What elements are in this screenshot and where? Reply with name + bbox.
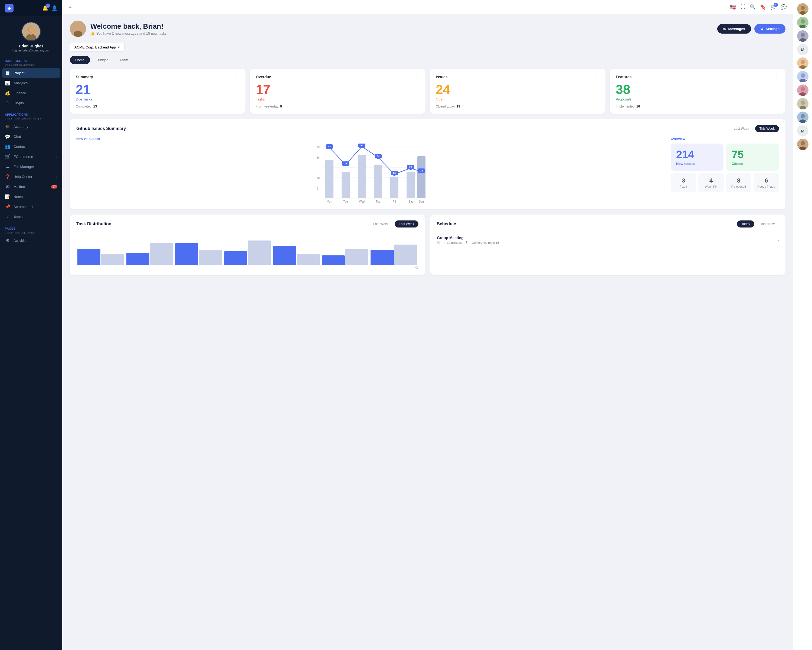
topbar-left: ≡ bbox=[69, 4, 72, 10]
svg-text:20: 20 bbox=[393, 172, 396, 174]
cart-icon[interactable]: 🛒 5 bbox=[770, 4, 776, 10]
sidebar-item-filemanager[interactable]: ☁ File Manager bbox=[0, 162, 62, 172]
language-flag[interactable]: 🇺🇸 bbox=[730, 4, 736, 10]
task-last-week-button[interactable]: Last Week bbox=[369, 220, 393, 228]
right-panel-avatar-11[interactable] bbox=[797, 139, 809, 150]
sidebar-item-analytics[interactable]: 📊 Analytics bbox=[0, 78, 62, 88]
ov-small-grid: 3 Fixed 4 Won't Fix 8 Re-opened 6 bbox=[671, 173, 779, 192]
svg-point-79 bbox=[801, 141, 805, 145]
online-indicator bbox=[806, 80, 808, 82]
features-menu-icon[interactable]: ⋮ bbox=[775, 74, 780, 80]
right-panel-avatar-2[interactable] bbox=[797, 17, 809, 28]
sidebar-item-scrumboard[interactable]: 📌 Scrumboard bbox=[0, 202, 62, 212]
sidebar-item-label: Scrumboard bbox=[14, 205, 33, 209]
right-panel-avatar-3[interactable] bbox=[797, 30, 809, 42]
sidebar-item-project[interactable]: 📋 Project bbox=[2, 68, 60, 78]
right-panel-avatar-7[interactable] bbox=[797, 84, 809, 96]
search-icon[interactable]: 🔍 bbox=[750, 4, 756, 10]
wont-fix-number: 4 bbox=[701, 177, 721, 184]
sidebar-item-chat[interactable]: 💬 Chat bbox=[0, 132, 62, 142]
user-name: Brian Hughes bbox=[19, 44, 43, 48]
right-panel-avatar-9[interactable] bbox=[797, 112, 809, 123]
svg-text:0: 0 bbox=[317, 197, 318, 200]
issues-number: 24 bbox=[436, 83, 600, 96]
sidebar-item-academy[interactable]: 🎓 Academy bbox=[0, 122, 62, 132]
right-panel-avatar-initial-2[interactable]: M bbox=[797, 125, 809, 136]
schedule-arrow-icon[interactable]: › bbox=[777, 237, 779, 243]
applications-label: APPLICATIONS bbox=[0, 110, 62, 117]
sidebar-item-notes[interactable]: 📝 Notes bbox=[0, 192, 62, 202]
right-panel-avatar-6[interactable] bbox=[797, 71, 809, 82]
messages-button[interactable]: ✉ Messages bbox=[717, 24, 751, 34]
cart-badge: 5 bbox=[774, 3, 778, 7]
sidebar-item-crypto[interactable]: ₿ Crypto bbox=[0, 98, 62, 108]
notes-icon: 📝 bbox=[5, 194, 10, 199]
filemanager-icon: ☁ bbox=[5, 164, 10, 169]
sidebar-item-contacts[interactable]: 👥 Contacts bbox=[0, 142, 62, 151]
user-menu-button[interactable]: 👤 bbox=[52, 5, 57, 11]
dashboards-section: DASHBOARDS Unique dashboard designs 📋 Pr… bbox=[0, 57, 62, 110]
svg-text:43: 43 bbox=[360, 144, 363, 147]
this-week-button[interactable]: This Week bbox=[755, 125, 779, 132]
stat-card-overdue: Overdue ⋮ 17 Tasks From yesterday: 9 bbox=[250, 69, 426, 114]
wont-fix-label: Won't Fix bbox=[701, 185, 721, 188]
overdue-footer: From yesterday: 9 bbox=[256, 104, 420, 109]
github-content: New vs. Closed 45 36 27 18 9 0 bbox=[76, 137, 779, 203]
sidebar-item-activities[interactable]: ⚙ Activities bbox=[0, 236, 62, 246]
chart-area: New vs. Closed 45 36 27 18 9 0 bbox=[76, 137, 665, 203]
needs-triage-box: 6 Needs Triage bbox=[754, 173, 779, 192]
app-logo[interactable]: ◆ bbox=[5, 4, 14, 12]
right-panel-avatar-1[interactable] bbox=[797, 3, 809, 15]
features-footer: Implemented: 16 bbox=[616, 104, 780, 109]
tomorrow-button[interactable]: Tomorrow bbox=[756, 220, 779, 228]
content-area: Welcome back, Brian! 🔔 You have 2 new me… bbox=[62, 14, 793, 650]
summary-menu-icon[interactable]: ⋮ bbox=[235, 74, 240, 80]
pages-section: PAGES Custom made page designs ⚙ Activit… bbox=[0, 224, 62, 248]
notifications-button[interactable]: 🔔 3 bbox=[42, 5, 48, 11]
github-issues-card: Github Issues Summary Last Week This Wee… bbox=[70, 119, 786, 209]
svg-point-64 bbox=[801, 60, 805, 64]
issues-label: Issues bbox=[436, 75, 448, 79]
chart-subtitle: New vs. Closed bbox=[76, 137, 665, 141]
right-panel-avatar-8[interactable] bbox=[797, 98, 809, 109]
sidebar-item-label: Notes bbox=[14, 195, 23, 199]
chevron-down-icon: ▾ bbox=[118, 45, 120, 49]
issues-menu-icon[interactable]: ⋮ bbox=[595, 74, 600, 80]
right-panel-avatar-initial-1[interactable]: M bbox=[797, 44, 809, 55]
project-selector[interactable]: ACME Corp. Backend App ▾ bbox=[70, 43, 125, 52]
online-indicator bbox=[806, 120, 808, 123]
tab-team[interactable]: Team bbox=[114, 56, 134, 64]
sidebar-item-finance[interactable]: 💰 Finance bbox=[0, 88, 62, 98]
last-week-button[interactable]: Last Week bbox=[730, 125, 753, 132]
analytics-icon: 📊 bbox=[5, 80, 10, 86]
sidebar-item-label: Tasks bbox=[14, 215, 23, 219]
dashboards-sublabel: Unique dashboard designs bbox=[0, 64, 62, 68]
tab-home[interactable]: Home bbox=[70, 56, 90, 64]
meeting-location: Conference room 1B bbox=[472, 241, 499, 244]
fullscreen-icon[interactable]: ⛶ bbox=[740, 4, 745, 10]
today-button[interactable]: Today bbox=[737, 220, 754, 228]
svg-rect-22 bbox=[374, 165, 382, 198]
main-area: ≡ 🇺🇸 ⛶ 🔍 🔖 🛒 5 💬 bbox=[62, 0, 793, 650]
overdue-menu-icon[interactable]: ⋮ bbox=[415, 74, 420, 80]
svg-point-76 bbox=[801, 114, 805, 118]
mailbox-icon: ✉ bbox=[5, 184, 10, 189]
sidebar-item-ecommerce[interactable]: 🛒 ECommerce › bbox=[0, 151, 62, 162]
sidebar-item-tasks[interactable]: ✓ Tasks bbox=[0, 212, 62, 222]
applications-section: APPLICATIONS Custom made application des… bbox=[0, 110, 62, 224]
clock-icon: 🕐 bbox=[437, 241, 441, 244]
svg-rect-25 bbox=[417, 156, 426, 198]
tab-budget[interactable]: Budget bbox=[91, 56, 113, 64]
sidebar-item-mailbox[interactable]: ✉ Mailbox 27 bbox=[0, 182, 62, 192]
settings-button[interactable]: ⚙ Settings bbox=[754, 24, 786, 34]
task-this-week-button[interactable]: This Week bbox=[395, 220, 418, 228]
task-bar-fri bbox=[273, 246, 320, 265]
right-panel-avatar-5[interactable] bbox=[797, 57, 809, 69]
schedule-item-info: Group Meeting 🕐 in 32 minutes 📍 Conferen… bbox=[437, 236, 499, 244]
messages-topbar-icon[interactable]: 💬 bbox=[781, 4, 786, 10]
hamburger-button[interactable]: ≡ bbox=[69, 4, 72, 10]
bookmark-icon[interactable]: 🔖 bbox=[760, 4, 766, 10]
svg-point-3 bbox=[28, 27, 34, 32]
welcome-text: Welcome back, Brian! 🔔 You have 2 new me… bbox=[90, 22, 167, 35]
sidebar-item-helpcenter[interactable]: ❓ Help Center › bbox=[0, 172, 62, 182]
